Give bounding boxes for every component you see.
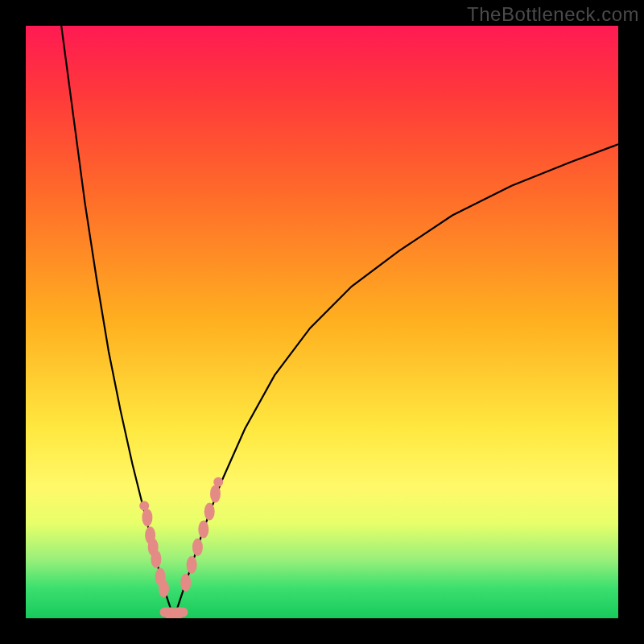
- data-marker: [159, 580, 169, 597]
- data-marker: [192, 539, 203, 556]
- curve-left-branch: [61, 26, 174, 618]
- data-marker: [213, 477, 223, 487]
- plot-area: [26, 26, 618, 618]
- data-marker: [151, 550, 161, 568]
- data-marker: [210, 485, 221, 502]
- chart-frame: TheBottleneck.com: [0, 0, 644, 644]
- data-marker: [180, 574, 191, 592]
- data-marker: [187, 556, 197, 574]
- watermark-text: TheBottleneck.com: [467, 3, 639, 26]
- data-marker: [198, 521, 208, 539]
- data-marker: [142, 509, 152, 526]
- curve-right-branch: [174, 144, 618, 618]
- data-marker: [139, 501, 149, 510]
- chart-overlay: [26, 26, 618, 618]
- data-marker: [171, 608, 188, 617]
- data-marker: [204, 503, 215, 521]
